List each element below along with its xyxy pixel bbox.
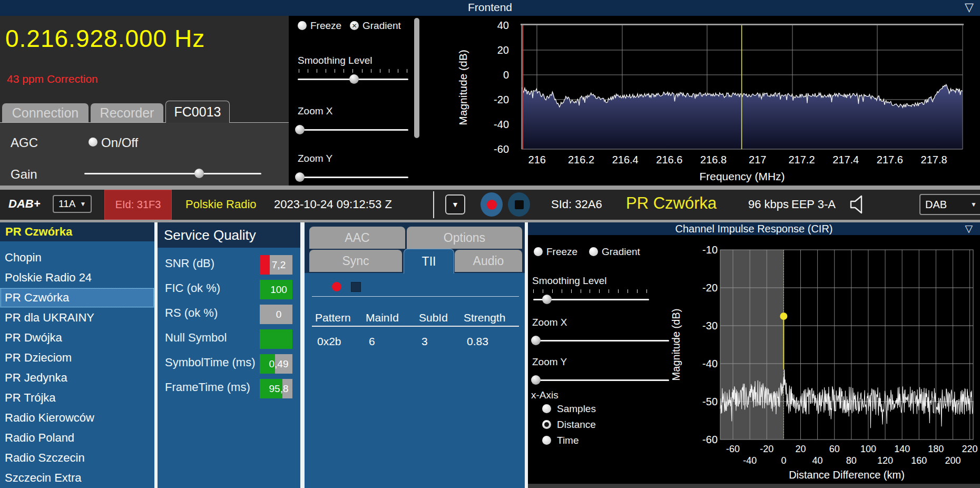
xaxis-distance-radio[interactable] [542, 420, 551, 429]
record-button[interactable] [481, 192, 503, 217]
quality-row: SymbolTime (ms)0,49 [158, 354, 300, 374]
spectrum-freeze-radio[interactable] [298, 21, 307, 30]
tuner-panel: 0.216.928.000 Hz 43 ppm Correction Conne… [0, 16, 289, 186]
tab-options[interactable]: Options [407, 227, 522, 249]
slider-tick [371, 69, 371, 73]
tab-sync-label: Sync [342, 254, 369, 268]
frontend-collapse-icon[interactable]: ▽ [965, 1, 974, 14]
gain-label: Gain [11, 167, 37, 182]
svg-text:-40: -40 [743, 455, 757, 466]
cir-zoomy-slider[interactable] [533, 375, 669, 385]
expand-dropdown-button[interactable]: ▼ [445, 194, 465, 214]
service-list-item[interactable]: Radio Poland [0, 428, 154, 448]
svg-text:180: 180 [928, 444, 944, 454]
slider-tick [380, 69, 380, 73]
gain-slider-track[interactable] [84, 173, 261, 174]
cir-freeze-radio[interactable] [534, 247, 543, 256]
service-list-item[interactable]: Radio Kierowców [0, 408, 154, 428]
cir-smoothing-ticks [533, 289, 647, 294]
service-list-item[interactable]: Polskie Radio 24 [0, 268, 154, 288]
agc-toggle-radio[interactable] [89, 138, 97, 147]
cir-smoothing-handle[interactable] [542, 295, 552, 304]
service-list-item[interactable]: PR Jedynka [0, 368, 154, 388]
spectrum-zoomx-track[interactable] [298, 129, 408, 131]
service-list-item[interactable]: PR Dwójka [0, 328, 154, 348]
tab-recorder[interactable]: Recorder [91, 103, 163, 122]
xaxis-time-radio[interactable] [542, 436, 551, 445]
controls-scrollbar[interactable] [414, 18, 419, 138]
cir-collapse-icon[interactable]: ▽ [965, 222, 973, 235]
cir-zoomx-handle[interactable] [531, 336, 541, 345]
tab-audio-label: Audio [473, 254, 504, 268]
tii-sync-indicator-dot [332, 282, 341, 291]
service-list-item[interactable]: Szczecin Extra [0, 468, 154, 488]
quality-row-value: 0,49 [260, 354, 292, 374]
svg-text:20: 20 [497, 44, 509, 56]
datetime-label: 2023-10-24 09:12:53 Z [274, 198, 392, 211]
tab-fc0013[interactable]: FC0013 [165, 101, 230, 123]
spectrum-zoomy-slider[interactable] [298, 172, 408, 182]
service-list-panel: PR Czwórka ChopinPolskie Radio 24PR Czwó… [0, 222, 154, 488]
slider-tick [628, 289, 628, 293]
tab-fc0013-label: FC0013 [174, 104, 221, 120]
output-select[interactable]: DAB ▼ [919, 194, 980, 215]
slider-tick [335, 69, 335, 73]
svg-text:-10: -10 [702, 244, 718, 256]
cir-smoothing-slider[interactable] [533, 294, 649, 305]
tab-audio[interactable]: Audio [455, 250, 522, 272]
service-list-header: PR Czwórka [0, 222, 154, 241]
cir-zoomy-label: Zoom Y [532, 356, 567, 368]
service-list-item[interactable]: Chopin [0, 248, 154, 268]
service-list-item[interactable]: PR dla UKRAINY [0, 308, 154, 328]
service-list-item[interactable]: Radio Szczecin [0, 448, 154, 468]
slider-tick [326, 69, 326, 73]
svg-text:Distance Difference (km): Distance Difference (km) [789, 469, 905, 481]
cir-chart[interactable]: -10-20-30-40-50-60Magnitude (dB)-60-40-2… [669, 235, 980, 485]
tii-table-header: SubId [419, 311, 448, 324]
svg-text:-20: -20 [702, 282, 718, 294]
cir-zoomx-slider[interactable] [533, 335, 669, 346]
spectrum-zoomy-handle[interactable] [295, 172, 305, 182]
slider-tick [299, 69, 299, 73]
spectrum-zoomx-handle[interactable] [295, 125, 305, 134]
cir-gradient-radio[interactable] [589, 247, 598, 256]
tab-aac[interactable]: AAC [309, 227, 405, 249]
tii-indicator-square[interactable] [351, 282, 361, 292]
slider-tick [308, 69, 308, 73]
spectrum-gradient-checkbox[interactable] [350, 21, 359, 30]
tab-sync[interactable]: Sync [309, 250, 402, 272]
service-list-item[interactable]: PR Czwórka [0, 288, 154, 308]
tii-table-cell: 6 [369, 335, 375, 348]
spectrum-gradient-label: Gradient [362, 20, 401, 32]
stop-button[interactable] [508, 192, 530, 217]
spectrum-smoothing-handle[interactable] [349, 74, 359, 84]
cir-zoomx-label: Zoom X [532, 317, 567, 328]
spectrum-zoomy-track[interactable] [298, 177, 408, 178]
gain-slider-handle[interactable] [194, 169, 204, 178]
xaxis-samples-radio[interactable] [542, 404, 551, 413]
tii-table-header-underline [312, 326, 519, 327]
spectrum-smoothing-slider[interactable] [298, 74, 408, 84]
gain-slider[interactable] [84, 168, 261, 179]
spectrum-chart[interactable]: 40200-20-40-60Magnitude (dB)216216.2216.… [453, 16, 980, 186]
svg-text:0: 0 [781, 455, 786, 466]
svg-text:-60: -60 [702, 434, 718, 445]
spectrum-zoomx-label: Zoom X [298, 105, 333, 117]
svg-text:140: 140 [894, 444, 910, 454]
svg-text:40: 40 [812, 455, 823, 466]
speaker-icon[interactable] [849, 194, 867, 214]
service-list-item[interactable]: PR Dzieciom [0, 348, 154, 368]
svg-text:217.4: 217.4 [832, 154, 859, 165]
channel-select[interactable]: 11A ▼ [53, 195, 92, 213]
service-list-item[interactable]: PR Trójka [0, 388, 154, 408]
cir-zoomy-track[interactable] [533, 379, 669, 381]
tab-tii[interactable]: TII [404, 249, 454, 274]
output-select-arrow-icon: ▼ [971, 201, 977, 208]
tab-connection[interactable]: Connection [2, 103, 89, 122]
cir-zoomx-track[interactable] [533, 340, 669, 341]
cir-zoomy-handle[interactable] [531, 375, 541, 385]
quality-row-label: FrameTime (ms) [165, 380, 250, 394]
svg-text:216.8: 216.8 [700, 154, 727, 165]
spectrum-zoomx-slider[interactable] [298, 124, 408, 135]
svg-text:216.6: 216.6 [656, 154, 682, 165]
